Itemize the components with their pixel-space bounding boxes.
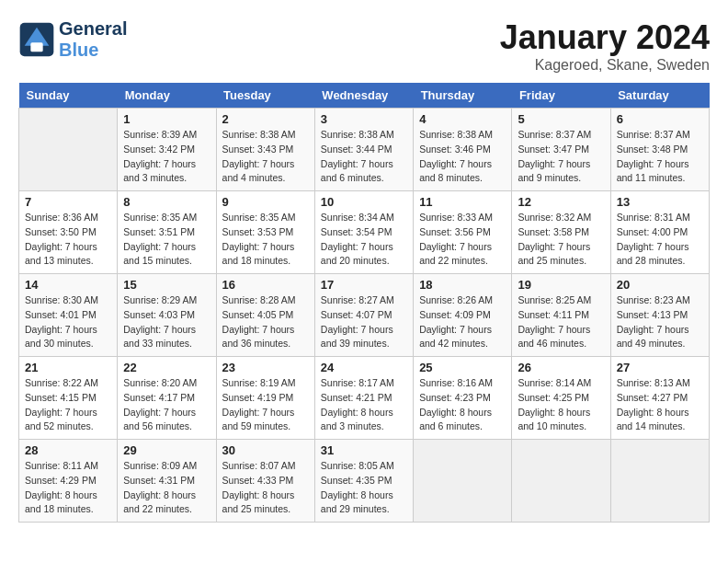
day-info: Sunrise: 8:23 AMSunset: 4:13 PMDaylight:…: [617, 293, 703, 351]
day-cell: 24Sunrise: 8:17 AMSunset: 4:21 PMDayligh…: [314, 357, 413, 440]
day-number: 20: [617, 278, 703, 292]
day-number: 18: [419, 278, 506, 292]
day-info: Sunrise: 8:05 AMSunset: 4:35 PMDaylight:…: [321, 459, 407, 517]
day-cell: 21Sunrise: 8:22 AMSunset: 4:15 PMDayligh…: [19, 357, 118, 440]
day-cell: 2Sunrise: 8:38 AMSunset: 3:43 PMDaylight…: [216, 109, 314, 191]
day-number: 23: [222, 361, 309, 374]
col-header-friday: Friday: [512, 83, 610, 109]
day-number: 13: [617, 195, 703, 209]
day-number: 27: [617, 361, 703, 374]
day-number: 29: [123, 443, 210, 457]
calendar-table: SundayMondayTuesdayWednesdayThursdayFrid…: [18, 83, 710, 523]
day-info: Sunrise: 8:28 AMSunset: 4:05 PMDaylight:…: [222, 293, 309, 351]
day-cell: 11Sunrise: 8:33 AMSunset: 3:56 PMDayligh…: [414, 191, 512, 274]
day-number: 19: [518, 278, 604, 292]
day-cell: 9Sunrise: 8:35 AMSunset: 3:53 PMDaylight…: [216, 191, 314, 274]
day-cell: 12Sunrise: 8:32 AMSunset: 3:58 PMDayligh…: [512, 191, 610, 274]
day-info: Sunrise: 8:37 AMSunset: 3:48 PMDaylight:…: [617, 128, 703, 186]
day-number: 9: [222, 195, 309, 209]
day-cell: 7Sunrise: 8:36 AMSunset: 3:50 PMDaylight…: [19, 191, 118, 274]
col-header-saturday: Saturday: [610, 83, 709, 109]
day-info: Sunrise: 8:30 AMSunset: 4:01 PMDaylight:…: [25, 293, 111, 351]
location: Kageroed, Skane, Sweden: [500, 57, 710, 74]
day-number: 26: [518, 361, 604, 374]
week-row-1: 1Sunrise: 8:39 AMSunset: 3:42 PMDaylight…: [19, 109, 710, 191]
day-number: 10: [321, 195, 407, 209]
day-info: Sunrise: 8:35 AMSunset: 3:51 PMDaylight:…: [123, 211, 210, 269]
day-cell: 3Sunrise: 8:38 AMSunset: 3:44 PMDaylight…: [314, 109, 413, 191]
col-header-thursday: Thursday: [414, 83, 512, 109]
day-number: 15: [123, 278, 210, 292]
day-number: 25: [419, 361, 506, 374]
day-cell: 23Sunrise: 8:19 AMSunset: 4:19 PMDayligh…: [216, 357, 314, 440]
day-info: Sunrise: 8:31 AMSunset: 4:00 PMDaylight:…: [617, 211, 703, 269]
day-number: 28: [25, 443, 111, 457]
day-info: Sunrise: 8:33 AMSunset: 3:56 PMDaylight:…: [419, 211, 506, 269]
day-cell: 10Sunrise: 8:34 AMSunset: 3:54 PMDayligh…: [314, 191, 413, 274]
day-cell: 31Sunrise: 8:05 AMSunset: 4:35 PMDayligh…: [314, 440, 413, 523]
day-number: 24: [321, 361, 407, 374]
day-info: Sunrise: 8:37 AMSunset: 3:47 PMDaylight:…: [518, 128, 604, 186]
day-info: Sunrise: 8:13 AMSunset: 4:27 PMDaylight:…: [617, 376, 703, 434]
day-number: 12: [518, 195, 604, 209]
day-number: 17: [321, 278, 407, 292]
day-number: 6: [617, 112, 703, 126]
day-cell: 28Sunrise: 8:11 AMSunset: 4:29 PMDayligh…: [19, 440, 118, 523]
day-info: Sunrise: 8:26 AMSunset: 4:09 PMDaylight:…: [419, 293, 506, 351]
day-number: 3: [321, 112, 407, 126]
day-cell: 25Sunrise: 8:16 AMSunset: 4:23 PMDayligh…: [414, 357, 512, 440]
day-number: 21: [25, 361, 111, 374]
day-cell: 27Sunrise: 8:13 AMSunset: 4:27 PMDayligh…: [610, 357, 709, 440]
day-number: 2: [222, 112, 309, 126]
day-cell: 15Sunrise: 8:29 AMSunset: 4:03 PMDayligh…: [118, 274, 216, 357]
day-info: Sunrise: 8:34 AMSunset: 3:54 PMDaylight:…: [321, 211, 407, 269]
col-header-tuesday: Tuesday: [216, 83, 314, 109]
day-cell: 20Sunrise: 8:23 AMSunset: 4:13 PMDayligh…: [610, 274, 709, 357]
day-cell: 5Sunrise: 8:37 AMSunset: 3:47 PMDaylight…: [512, 109, 610, 191]
day-cell: 16Sunrise: 8:28 AMSunset: 4:05 PMDayligh…: [216, 274, 314, 357]
day-number: 4: [419, 112, 506, 126]
title-block: January 2024 Kageroed, Skane, Sweden: [500, 18, 710, 74]
day-info: Sunrise: 8:22 AMSunset: 4:15 PMDaylight:…: [25, 376, 111, 434]
day-cell: 26Sunrise: 8:14 AMSunset: 4:25 PMDayligh…: [512, 357, 610, 440]
day-cell: [610, 440, 709, 523]
week-row-4: 21Sunrise: 8:22 AMSunset: 4:15 PMDayligh…: [19, 357, 710, 440]
day-number: 16: [222, 278, 309, 292]
day-number: 7: [25, 195, 111, 209]
day-info: Sunrise: 8:11 AMSunset: 4:29 PMDaylight:…: [25, 459, 111, 517]
day-cell: 8Sunrise: 8:35 AMSunset: 3:51 PMDaylight…: [118, 191, 216, 274]
day-cell: 22Sunrise: 8:20 AMSunset: 4:17 PMDayligh…: [118, 357, 216, 440]
day-info: Sunrise: 8:38 AMSunset: 3:46 PMDaylight:…: [419, 128, 506, 186]
week-row-5: 28Sunrise: 8:11 AMSunset: 4:29 PMDayligh…: [19, 440, 710, 523]
day-number: 5: [518, 112, 604, 126]
day-info: Sunrise: 8:07 AMSunset: 4:33 PMDaylight:…: [222, 459, 309, 517]
col-header-sunday: Sunday: [19, 83, 118, 109]
day-info: Sunrise: 8:14 AMSunset: 4:25 PMDaylight:…: [518, 376, 604, 434]
calendar-header-row: SundayMondayTuesdayWednesdayThursdayFrid…: [19, 83, 710, 109]
week-row-2: 7Sunrise: 8:36 AMSunset: 3:50 PMDaylight…: [19, 191, 710, 274]
day-info: Sunrise: 8:20 AMSunset: 4:17 PMDaylight:…: [123, 376, 210, 434]
day-info: Sunrise: 8:19 AMSunset: 4:19 PMDaylight:…: [222, 376, 309, 434]
page-header: General Blue January 2024 Kageroed, Skan…: [18, 18, 710, 74]
day-number: 31: [321, 443, 407, 457]
day-info: Sunrise: 8:39 AMSunset: 3:42 PMDaylight:…: [123, 128, 210, 186]
day-cell: 13Sunrise: 8:31 AMSunset: 4:00 PMDayligh…: [610, 191, 709, 274]
day-info: Sunrise: 8:25 AMSunset: 4:11 PMDaylight:…: [518, 293, 604, 351]
logo-text: General Blue: [59, 18, 127, 61]
day-number: 8: [123, 195, 210, 209]
day-info: Sunrise: 8:38 AMSunset: 3:43 PMDaylight:…: [222, 128, 309, 186]
day-info: Sunrise: 8:36 AMSunset: 3:50 PMDaylight:…: [25, 211, 111, 269]
day-info: Sunrise: 8:27 AMSunset: 4:07 PMDaylight:…: [321, 293, 407, 351]
day-cell: 17Sunrise: 8:27 AMSunset: 4:07 PMDayligh…: [314, 274, 413, 357]
day-info: Sunrise: 8:35 AMSunset: 3:53 PMDaylight:…: [222, 211, 309, 269]
day-number: 11: [419, 195, 506, 209]
logo-icon: [18, 21, 55, 58]
day-cell: 18Sunrise: 8:26 AMSunset: 4:09 PMDayligh…: [414, 274, 512, 357]
day-info: Sunrise: 8:38 AMSunset: 3:44 PMDaylight:…: [321, 128, 407, 186]
day-cell: [19, 109, 118, 191]
day-cell: 14Sunrise: 8:30 AMSunset: 4:01 PMDayligh…: [19, 274, 118, 357]
day-cell: 19Sunrise: 8:25 AMSunset: 4:11 PMDayligh…: [512, 274, 610, 357]
day-number: 22: [123, 361, 210, 374]
day-info: Sunrise: 8:32 AMSunset: 3:58 PMDaylight:…: [518, 211, 604, 269]
day-cell: [512, 440, 610, 523]
